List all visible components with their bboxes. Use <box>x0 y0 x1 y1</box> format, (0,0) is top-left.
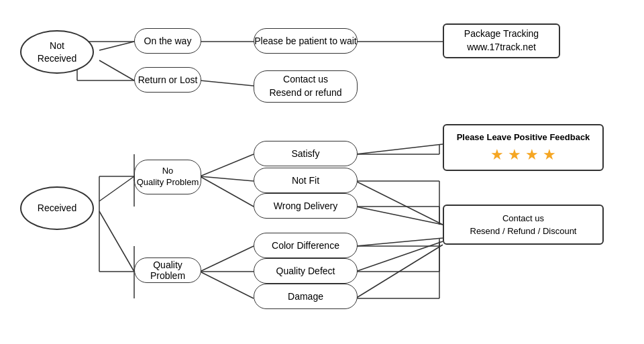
received-node: Received <box>20 186 94 230</box>
package-tracking-node: Package Tracking www.17track.net <box>443 23 560 58</box>
return-or-lost-label: Return or Lost <box>138 74 198 85</box>
damage-label: Damage <box>288 291 323 302</box>
svg-line-11 <box>356 144 443 154</box>
satisfy-node: Satisfy <box>254 141 358 166</box>
svg-line-9 <box>200 176 254 181</box>
no-quality-problem-label: No Quality Problem <box>137 166 199 188</box>
svg-line-12 <box>356 181 443 225</box>
on-the-way-node: On the way <box>134 28 201 54</box>
svg-line-8 <box>200 154 254 176</box>
diagram: Not Received On the way Return or Lost P… <box>0 0 644 344</box>
quality-defect-label: Quality Defect <box>276 266 335 276</box>
svg-line-1 <box>99 60 134 80</box>
not-received-node: Not Received <box>20 30 94 74</box>
quality-problem-label: Quality Problem <box>135 260 201 281</box>
stars: ★ ★ ★ ★ <box>490 146 556 164</box>
svg-line-14 <box>200 246 254 272</box>
positive-feedback-label: Please Leave Positive Feedback <box>457 132 590 142</box>
svg-line-10 <box>200 176 254 207</box>
damage-node: Damage <box>254 284 358 309</box>
quality-problem-node: Quality Problem <box>134 257 201 283</box>
color-difference-node: Color Difference <box>254 233 358 258</box>
positive-feedback-node: Please Leave Positive Feedback ★ ★ ★ ★ <box>443 124 604 171</box>
satisfy-label: Satisfy <box>291 148 319 159</box>
contact-resend-refund-label: Contact us Resend / Refund / Discount <box>470 212 577 238</box>
received-label: Received <box>38 202 76 214</box>
contact-resend-node: Contact us Resend or refund <box>254 70 358 103</box>
color-difference-label: Color Difference <box>272 240 339 251</box>
wrong-delivery-label: Wrong Delivery <box>274 200 337 211</box>
svg-line-18 <box>356 241 443 272</box>
svg-line-6 <box>99 211 134 272</box>
svg-line-17 <box>356 238 443 246</box>
package-tracking-label: Package Tracking www.17track.net <box>464 27 539 54</box>
svg-line-0 <box>99 42 134 50</box>
svg-line-19 <box>356 245 443 298</box>
patient-wait-label: Please be patient to wait <box>254 36 357 46</box>
on-the-way-label: On the way <box>144 36 192 46</box>
not-fit-node: Not Fit <box>254 168 358 193</box>
no-quality-problem-node: No Quality Problem <box>134 160 201 194</box>
patient-wait-node: Please be patient to wait <box>254 28 358 54</box>
svg-line-5 <box>99 176 134 201</box>
wrong-delivery-node: Wrong Delivery <box>254 193 358 219</box>
not-received-label: Not Received <box>38 40 76 64</box>
svg-line-16 <box>200 272 254 298</box>
svg-line-13 <box>356 207 443 225</box>
svg-line-4 <box>200 80 254 86</box>
quality-defect-node: Quality Defect <box>254 258 358 284</box>
return-or-lost-node: Return or Lost <box>134 67 201 93</box>
contact-resend-refund-node: Contact us Resend / Refund / Discount <box>443 205 604 245</box>
not-fit-label: Not Fit <box>292 175 319 186</box>
contact-resend-label: Contact us Resend or refund <box>269 73 341 99</box>
